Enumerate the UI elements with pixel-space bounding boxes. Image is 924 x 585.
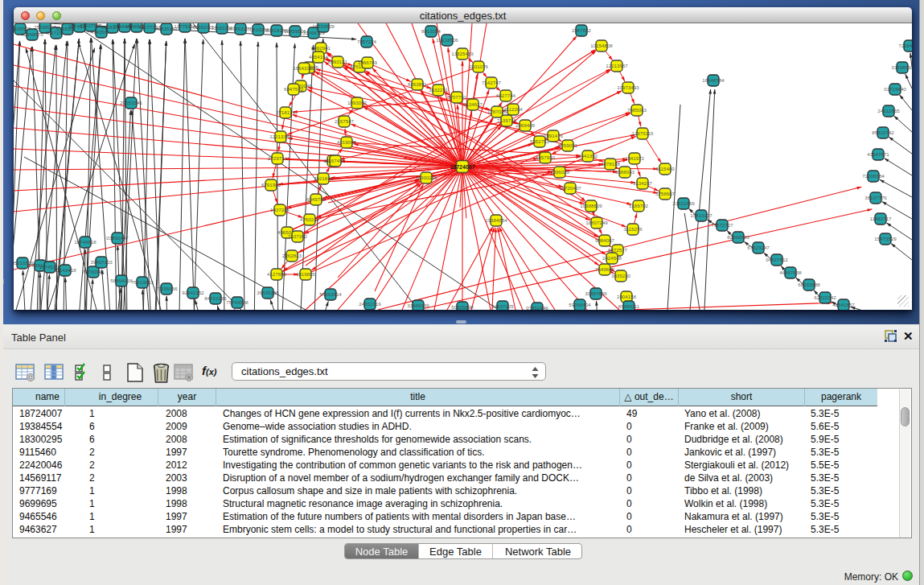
- svg-text:11492717: 11492717: [869, 216, 892, 221]
- svg-text:2262813: 2262813: [282, 253, 302, 258]
- svg-text:76213963: 76213963: [131, 279, 154, 285]
- svg-text:6049795: 6049795: [306, 196, 326, 202]
- svg-text:1891476: 1891476: [544, 133, 564, 138]
- svg-text:1437286: 1437286: [270, 207, 290, 212]
- svg-text:89489111: 89489111: [618, 303, 640, 309]
- svg-text:42541857: 42541857: [832, 302, 855, 307]
- svg-text:7107392: 7107392: [288, 233, 308, 239]
- svg-text:7857224: 7857224: [357, 39, 377, 44]
- svg-text:58454316: 58454316: [110, 278, 133, 283]
- svg-text:15813107: 15813107: [690, 212, 713, 218]
- svg-text:6847570: 6847570: [284, 86, 304, 92]
- svg-text:10154808: 10154808: [590, 43, 613, 48]
- svg-text:54437225: 54437225: [491, 303, 514, 309]
- svg-text:8492941: 8492941: [311, 45, 331, 51]
- svg-text:46857838: 46857838: [779, 270, 802, 275]
- svg-text:24552319: 24552319: [359, 301, 381, 307]
- svg-text:5388043: 5388043: [615, 169, 635, 175]
- svg-text:59266404: 59266404: [569, 302, 591, 307]
- svg-text:5758667: 5758667: [655, 191, 676, 196]
- svg-text:2729714: 2729714: [268, 155, 288, 161]
- svg-text:07352946: 07352946: [526, 305, 548, 310]
- svg-text:33866939: 33866939: [407, 303, 429, 308]
- svg-text:3115276: 3115276: [623, 226, 643, 232]
- svg-text:3421840: 3421840: [314, 175, 334, 181]
- svg-text:2087652: 2087652: [572, 27, 592, 33]
- svg-text:2424548: 2424548: [602, 255, 622, 261]
- svg-text:8263891: 8263891: [408, 81, 428, 87]
- svg-text:8813054: 8813054: [421, 28, 441, 34]
- svg-text:1096029: 1096029: [550, 169, 570, 175]
- svg-text:24612665: 24612665: [877, 108, 900, 113]
- svg-text:03892447: 03892447: [106, 235, 129, 241]
- svg-text:50905898: 50905898: [451, 304, 474, 310]
- svg-text:8769051: 8769051: [558, 142, 578, 148]
- svg-text:77195066: 77195066: [155, 286, 178, 291]
- svg-text:12213383: 12213383: [269, 134, 292, 139]
- svg-text:4127886: 4127886: [267, 271, 287, 277]
- svg-text:01724640: 01724640: [884, 86, 906, 92]
- svg-text:15473529: 15473529: [874, 236, 897, 241]
- svg-text:2069409: 2069409: [515, 122, 536, 128]
- svg-text:4112264: 4112264: [503, 106, 523, 112]
- svg-text:18724007: 18724007: [450, 164, 474, 170]
- svg-text:72284316: 72284316: [898, 43, 912, 48]
- svg-text:62322342: 62322342: [814, 295, 836, 300]
- svg-text:33838960: 33838960: [891, 64, 912, 70]
- svg-text:82968583: 82968583: [727, 234, 749, 240]
- svg-text:04827412: 04827412: [766, 257, 788, 262]
- svg-text:70700941: 70700941: [82, 269, 105, 274]
- svg-text:1966749: 1966749: [358, 60, 378, 65]
- svg-text:43547671: 43547671: [867, 151, 889, 157]
- svg-text:0993131: 0993131: [328, 59, 348, 64]
- svg-text:4441360: 4441360: [578, 153, 598, 159]
- svg-text:18300295: 18300295: [415, 175, 437, 180]
- svg-text:2157547: 2157547: [335, 118, 355, 124]
- svg-text:3835230: 3835230: [611, 273, 631, 278]
- svg-text:30887856: 30887856: [585, 290, 607, 296]
- svg-text:42143418: 42143418: [54, 267, 76, 273]
- svg-text:67323247: 67323247: [747, 245, 770, 250]
- svg-text:12213967: 12213967: [606, 63, 628, 68]
- svg-text:15720407: 15720407: [559, 185, 581, 191]
- svg-text:1893092: 1893092: [347, 100, 368, 105]
- svg-text:6791903: 6791903: [261, 182, 281, 187]
- svg-text:8072577: 8072577: [608, 247, 628, 253]
- svg-text:19218506: 19218506: [436, 37, 458, 43]
- svg-text:3632271: 3632271: [429, 87, 449, 93]
- svg-text:7485063: 7485063: [627, 107, 647, 113]
- svg-text:16543362: 16543362: [293, 65, 315, 71]
- svg-text:0167455: 0167455: [326, 158, 346, 163]
- svg-text:10688609: 10688609: [580, 203, 602, 208]
- svg-text:9084067: 9084067: [595, 237, 615, 243]
- svg-text:16033809: 16033809: [312, 23, 335, 29]
- svg-text:29053346: 29053346: [120, 100, 142, 105]
- svg-text:7142747: 7142747: [482, 80, 502, 85]
- svg-text:36335255: 36335255: [257, 290, 279, 295]
- svg-text:85810742: 85810742: [872, 130, 894, 135]
- svg-text:75744538: 75744538: [226, 299, 248, 305]
- svg-text:10973493: 10973493: [617, 84, 639, 90]
- svg-text:18807249: 18807249: [585, 220, 608, 225]
- svg-text:5552751: 5552751: [530, 138, 550, 144]
- svg-text:2341972: 2341972: [625, 155, 645, 161]
- svg-text:2904158: 2904158: [617, 294, 637, 299]
- svg-text:4760212: 4760212: [300, 216, 320, 222]
- svg-text:0134617: 0134617: [463, 101, 483, 107]
- svg-text:2031076: 2031076: [469, 64, 489, 69]
- svg-text:4219005: 4219005: [337, 139, 357, 145]
- svg-text:6427744: 6427744: [496, 93, 516, 98]
- svg-text:2278198: 2278198: [601, 161, 621, 167]
- svg-text:79372727: 79372727: [711, 222, 733, 228]
- svg-text:72208384: 72208384: [862, 173, 885, 179]
- svg-text:92942152: 92942152: [182, 290, 204, 295]
- svg-text:7649660: 7649660: [595, 266, 615, 272]
- svg-text:9115460: 9115460: [655, 166, 675, 171]
- svg-text:7139716: 7139716: [497, 117, 517, 123]
- svg-text:39467103: 39467103: [90, 259, 113, 265]
- svg-text:18748818: 18748818: [74, 239, 97, 245]
- svg-text:13325419: 13325419: [451, 51, 474, 56]
- svg-text:68933888: 68933888: [798, 282, 820, 287]
- svg-text:5189702: 5189702: [629, 203, 649, 208]
- svg-text:12975115: 12975115: [631, 130, 654, 136]
